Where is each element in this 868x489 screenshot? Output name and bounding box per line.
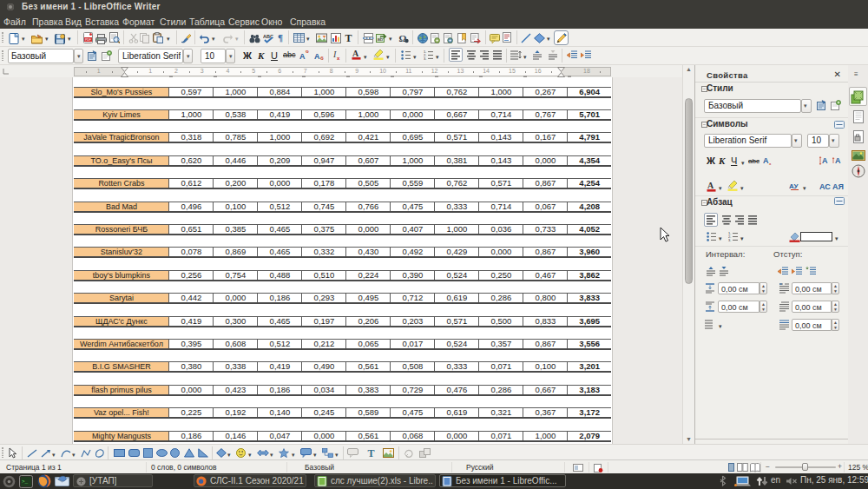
svg-text:ab: ab xyxy=(378,36,384,42)
svg-text:A: A xyxy=(707,181,714,190)
svg-text:T: T xyxy=(368,447,375,459)
svg-text:3.: 3. xyxy=(728,238,731,241)
svg-text:x: x xyxy=(337,56,340,61)
svg-text:А: А xyxy=(299,52,306,61)
svg-text:PDF: PDF xyxy=(85,38,91,42)
svg-text:>_: >_ xyxy=(22,479,29,485)
svg-text:ₐ: ₐ xyxy=(769,161,772,166)
svg-text:A: A xyxy=(822,156,828,165)
svg-text:A: A xyxy=(763,156,769,165)
svg-text:б: б xyxy=(306,50,309,54)
svg-text:АС: АС xyxy=(819,182,831,191)
svg-text:3.: 3. xyxy=(424,56,426,60)
svg-text:T: T xyxy=(345,32,352,43)
svg-text:АУ: АУ xyxy=(789,182,799,190)
svg-text:A: A xyxy=(835,156,841,165)
svg-text:АЯ: АЯ xyxy=(832,182,844,191)
svg-text:¶: ¶ xyxy=(278,32,283,43)
svg-text:A: A xyxy=(352,49,359,58)
svg-text:А: А xyxy=(314,52,320,61)
svg-text:б: б xyxy=(320,56,324,61)
